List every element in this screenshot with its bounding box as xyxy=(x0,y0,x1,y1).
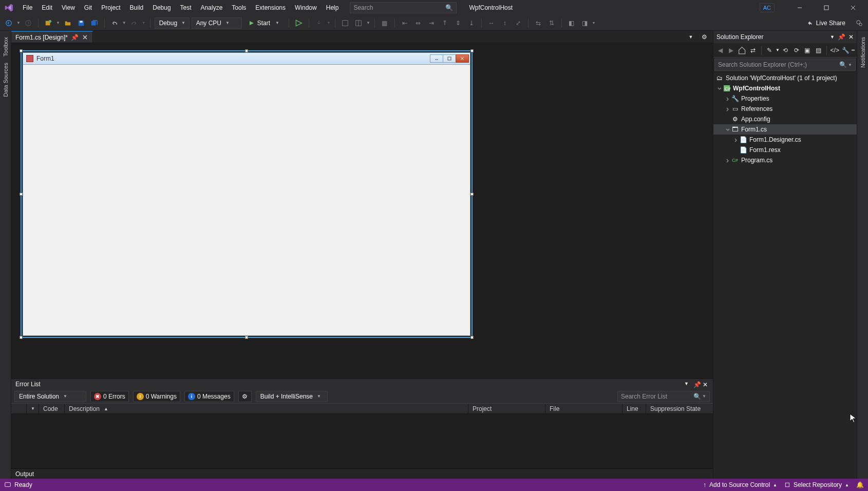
se-overflow-icon[interactable]: ┅ xyxy=(852,47,855,53)
step-into-button[interactable] xyxy=(313,17,325,29)
menu-window[interactable]: Window xyxy=(291,2,321,13)
close-panel-icon[interactable]: ✕ xyxy=(703,381,709,387)
output-tab[interactable]: Output xyxy=(11,468,713,479)
collapse-icon[interactable] xyxy=(715,85,723,92)
select-repository-button[interactable]: Select Repository▲ xyxy=(784,481,849,488)
close-panel-icon[interactable]: ✕ xyxy=(848,33,854,41)
hspace-equal-button[interactable]: ⇆ xyxy=(533,17,544,29)
expand-icon[interactable] xyxy=(724,105,731,112)
error-list-header[interactable]: Error List ▼ 📌 ✕ xyxy=(11,379,713,389)
form-designer-selection[interactable]: Form1 xyxy=(21,50,473,338)
tree-form1-designer-node[interactable]: 📄 Form1.Designer.cs xyxy=(713,135,857,145)
tree-appconfig-node[interactable]: ⚙ App.config xyxy=(713,114,857,124)
tree-references-node[interactable]: ▭ References xyxy=(713,104,857,114)
tree-program-node[interactable]: C# Program.cs xyxy=(713,155,857,165)
window-minimize-button[interactable] xyxy=(788,0,812,15)
add-to-source-control-button[interactable]: ↑Add to Source Control▲ xyxy=(703,481,777,488)
undo-dropdown-icon[interactable]: ▼ xyxy=(122,21,126,25)
error-list-search-input[interactable]: Search Error List 🔍▼ xyxy=(617,391,710,402)
collapse-icon[interactable] xyxy=(724,126,731,133)
feedback-button[interactable] xyxy=(854,17,865,29)
col-code[interactable]: Code xyxy=(39,404,65,413)
doc-tab-form1-design[interactable]: Form1.cs [Design]* 📌 xyxy=(11,31,93,43)
pin-icon[interactable]: 📌 xyxy=(71,34,78,41)
messages-filter-toggle[interactable]: i0 Messages xyxy=(184,391,234,402)
build-mode-combo[interactable]: Build + IntelliSense▼ xyxy=(256,391,328,402)
menu-debug[interactable]: Debug xyxy=(148,2,175,13)
tree-solution-node[interactable]: 🗂 Solution 'WpfControlHost' (1 of 1 proj… xyxy=(713,73,857,83)
layout-button-1[interactable] xyxy=(339,17,351,29)
size-width-button[interactable]: ↔ xyxy=(486,17,497,29)
bell-icon[interactable]: 🔔 xyxy=(856,481,864,488)
align-grid-button[interactable]: ▦ xyxy=(379,17,390,29)
build-intellisense-toggle[interactable]: ⚙ xyxy=(238,391,252,402)
expand-icon[interactable] xyxy=(724,95,731,102)
new-project-button[interactable] xyxy=(43,17,54,29)
expand-icon[interactable] xyxy=(724,157,731,164)
align-bottom-button[interactable]: ⤓ xyxy=(466,17,477,29)
menu-file[interactable]: File xyxy=(18,2,36,13)
se-show-all-button[interactable]: ▤ xyxy=(814,45,823,55)
undo-button[interactable] xyxy=(109,17,120,29)
menu-tools[interactable]: Tools xyxy=(228,2,250,13)
open-file-button[interactable] xyxy=(62,17,73,29)
align-middle-button[interactable]: ⇕ xyxy=(452,17,464,29)
pin-icon[interactable]: 📌 xyxy=(693,381,700,387)
expand-icon[interactable] xyxy=(732,136,739,143)
menu-project[interactable]: Project xyxy=(97,2,124,13)
data-sources-tab[interactable]: Data Sources xyxy=(3,60,9,100)
window-position-dropdown-icon[interactable]: ▼ xyxy=(830,34,835,40)
layout-button-2[interactable] xyxy=(353,17,364,29)
tree-project-node[interactable]: C# WpfControlHost xyxy=(713,83,857,93)
se-view-code-button[interactable]: </> xyxy=(830,45,840,55)
align-center-button[interactable]: ⇔ xyxy=(412,17,424,29)
designer-surface[interactable]: Form1 xyxy=(11,43,713,379)
se-properties-button[interactable]: 🔧 xyxy=(841,45,851,55)
window-position-dropdown-icon[interactable]: ▼ xyxy=(684,381,690,387)
tree-form1cs-node[interactable]: 🗔 Form1.cs xyxy=(713,124,857,135)
settings-icon[interactable]: ⚙ xyxy=(699,31,710,43)
col-file[interactable]: File xyxy=(545,404,622,413)
se-back-button[interactable]: ◀ xyxy=(715,45,725,55)
toolbox-tab[interactable]: Toolbox xyxy=(3,34,9,60)
solution-explorer-header[interactable]: Solution Explorer ▼ 📌 ✕ xyxy=(713,31,857,43)
menu-extensions[interactable]: Extensions xyxy=(251,2,290,13)
se-forward-button[interactable]: ▶ xyxy=(726,45,736,55)
col-description[interactable]: Description▲ xyxy=(65,404,468,413)
notifications-tab[interactable]: Notifications xyxy=(860,34,866,71)
live-share-button[interactable]: Live Share xyxy=(803,17,850,29)
nav-forward-button[interactable] xyxy=(23,17,34,29)
col-severity[interactable] xyxy=(11,404,27,413)
send-back-button[interactable]: ◨ xyxy=(579,17,591,29)
tree-form1-resx-node[interactable]: 📄 Form1.resx xyxy=(713,145,857,155)
se-home-button[interactable] xyxy=(737,45,747,55)
start-without-debug-button[interactable] xyxy=(293,17,305,29)
col-line[interactable]: Line xyxy=(622,404,646,413)
vspace-equal-button[interactable]: ⇅ xyxy=(546,17,557,29)
se-sync-button[interactable]: ⟲ xyxy=(781,45,790,55)
align-right-button[interactable]: ⇥ xyxy=(426,17,437,29)
close-tab-icon[interactable] xyxy=(81,34,88,41)
warnings-filter-toggle[interactable]: !0 Warnings xyxy=(133,391,180,402)
size-both-button[interactable]: ⤢ xyxy=(513,17,524,29)
redo-dropdown-icon[interactable]: ▼ xyxy=(142,21,146,25)
redo-button[interactable] xyxy=(128,17,140,29)
solution-explorer-search-input[interactable]: Search Solution Explorer (Ctrl+;) 🔍▼ xyxy=(714,59,856,71)
platform-combo[interactable]: Any CPU▼ xyxy=(192,17,242,29)
global-search-input[interactable]: Search 🔍 xyxy=(350,2,457,13)
new-project-dropdown-icon[interactable]: ▼ xyxy=(56,21,60,25)
col-project[interactable]: Project xyxy=(468,404,545,413)
tree-properties-node[interactable]: 🔧 Properties xyxy=(713,93,857,104)
menu-view[interactable]: View xyxy=(58,2,79,13)
user-badge[interactable]: AC xyxy=(760,3,775,12)
col-suppression[interactable]: Suppression State xyxy=(646,404,713,413)
form-client-area[interactable] xyxy=(23,65,470,336)
col-icon[interactable]: ▼ xyxy=(27,404,39,413)
nav-back-dropdown-icon[interactable]: ▼ xyxy=(16,21,21,25)
se-switch-views-button[interactable]: ⇄ xyxy=(748,45,758,55)
se-pending-changes-button[interactable]: ✎ xyxy=(765,45,775,55)
menu-build[interactable]: Build xyxy=(126,2,148,13)
menu-edit[interactable]: Edit xyxy=(37,2,56,13)
error-scope-combo[interactable]: Entire Solution▼ xyxy=(14,391,86,402)
align-top-button[interactable]: ⤒ xyxy=(439,17,450,29)
